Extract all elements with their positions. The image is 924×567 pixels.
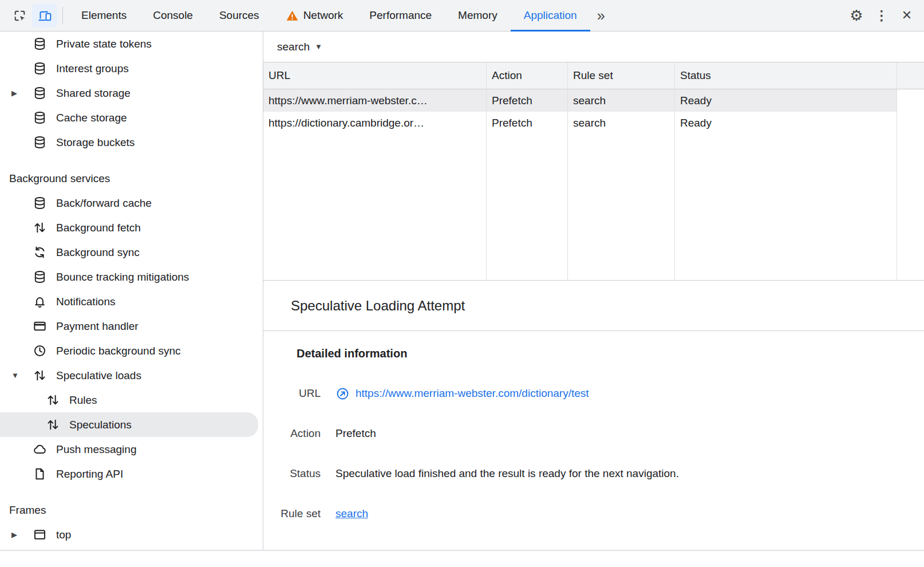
more-tabs-button[interactable]: » xyxy=(590,0,612,32)
sidebar-item-label: Interest groups xyxy=(56,62,129,75)
tab-label: Network xyxy=(303,9,343,22)
sidebar-item-top-frame[interactable]: ▶ top xyxy=(0,522,258,547)
tab-label: Application xyxy=(524,9,577,22)
settings-button[interactable]: ⚙ xyxy=(844,3,869,27)
attempt-details: Detailed information URL https://www.mer… xyxy=(263,331,924,550)
attempt-section-title: Speculative Loading Attempt xyxy=(263,281,924,331)
database-icon xyxy=(33,37,47,51)
sidebar-item-bounce-tracking-mitigations[interactable]: Bounce tracking mitigations xyxy=(0,265,258,289)
tab-label: Performance xyxy=(369,9,432,22)
tab-elements[interactable]: Elements xyxy=(68,0,140,32)
document-icon xyxy=(33,467,47,481)
more-tabs-chevron-icon: » xyxy=(597,7,605,24)
rule-set-link[interactable]: search xyxy=(335,506,368,521)
sidebar-item-notifications[interactable]: Notifications xyxy=(0,289,258,314)
table-row-cell-status[interactable]: Ready xyxy=(675,89,897,112)
close-devtools-button[interactable]: ✕ xyxy=(894,3,919,27)
table-empty-area xyxy=(675,134,897,280)
table-row-filler xyxy=(897,112,924,134)
detail-field-status: Status Speculative load finished and the… xyxy=(263,466,924,481)
table-row-cell-action[interactable]: Prefetch xyxy=(487,112,568,134)
table-empty-area xyxy=(487,134,568,280)
bell-icon xyxy=(33,294,47,309)
sidebar-item-label: Periodic background sync xyxy=(56,345,181,357)
toolbar-divider xyxy=(62,7,63,24)
column-header-filler xyxy=(897,62,924,89)
ruleset-filter-value: search xyxy=(277,41,310,53)
sidebar-item-periodic-background-sync[interactable]: Periodic background sync xyxy=(0,338,258,363)
frame-icon xyxy=(33,527,47,542)
sidebar-item-interest-groups[interactable]: Interest groups xyxy=(0,56,258,81)
payment-card-icon xyxy=(33,319,47,333)
field-label-status: Status xyxy=(263,466,321,481)
tab-label: Memory xyxy=(458,9,497,22)
sidebar-item-background-fetch[interactable]: Background fetch xyxy=(0,215,258,240)
database-icon xyxy=(33,135,47,149)
sidebar-item-background-sync[interactable]: Background sync xyxy=(0,240,258,265)
table-empty-area xyxy=(568,134,675,280)
inspect-element-button[interactable] xyxy=(7,3,32,27)
sidebar-item-speculative-loads[interactable]: ▼ Speculative loads xyxy=(0,363,258,388)
tab-label: Console xyxy=(153,9,193,22)
field-label-url: URL xyxy=(263,386,321,401)
tab-application[interactable]: Application xyxy=(511,0,590,32)
sidebar-item-payment-handler[interactable]: Payment handler xyxy=(0,314,258,338)
tab-performance[interactable]: Performance xyxy=(356,0,445,32)
speculations-view: search ▼ URL Action Rule set Status http… xyxy=(263,32,924,550)
action-value: Prefetch xyxy=(335,426,376,441)
sidebar-item-rules[interactable]: Rules xyxy=(0,388,258,412)
tree-expand-arrow-icon[interactable]: ▶ xyxy=(11,89,33,97)
tab-network[interactable]: Network xyxy=(273,0,357,32)
sidebar-item-label: Storage buckets xyxy=(56,136,135,149)
sidebar-item-speculations[interactable]: Speculations xyxy=(0,412,258,437)
tab-memory[interactable]: Memory xyxy=(445,0,511,32)
tree-collapse-arrow-icon[interactable]: ▼ xyxy=(11,372,33,379)
devtools-toolbar: Elements Console Sources Network Perform… xyxy=(0,0,924,32)
column-header-status: Status xyxy=(675,62,897,89)
sidebar-item-cache-storage[interactable]: Cache storage xyxy=(0,105,258,130)
open-url-icon[interactable] xyxy=(335,387,350,401)
bottom-spacer xyxy=(0,551,924,567)
table-row-cell-rule-set[interactable]: search xyxy=(568,112,675,134)
attempt-url-link[interactable]: https://www.merriam-webster.com/dictiona… xyxy=(356,386,589,401)
database-icon xyxy=(33,111,47,125)
ruleset-filter-dropdown[interactable]: search ▼ xyxy=(263,32,924,62)
detail-field-url: URL https://www.merriam-webster.com/dict… xyxy=(263,386,924,401)
tree-expand-arrow-icon[interactable]: ▶ xyxy=(11,531,33,538)
tab-sources[interactable]: Sources xyxy=(206,0,273,32)
detail-field-action: Action Prefetch xyxy=(263,426,924,441)
sidebar-item-label: top xyxy=(56,529,71,541)
table-row-cell-rule-set[interactable]: search xyxy=(568,89,675,112)
table-row-cell-status[interactable]: Ready xyxy=(675,112,897,134)
sidebar-item-reporting-api[interactable]: Reporting API xyxy=(0,462,258,486)
sidebar-item-label: Back/forward cache xyxy=(56,197,152,210)
sidebar-item-label: Speculations xyxy=(69,419,132,431)
table-row-cell-action[interactable]: Prefetch xyxy=(487,89,568,112)
database-icon xyxy=(33,270,47,284)
speculations-table: URL Action Rule set Status https://www.m… xyxy=(263,62,924,281)
sidebar-item-push-messaging[interactable]: Push messaging xyxy=(0,437,258,462)
sidebar-item-label: Speculative loads xyxy=(56,369,141,382)
database-icon xyxy=(33,86,47,100)
sidebar-item-label: Background fetch xyxy=(56,222,141,234)
customize-menu-button[interactable]: ⋮ xyxy=(869,3,894,27)
status-value: Speculative load finished and the result… xyxy=(335,466,679,481)
table-row-cell-url[interactable]: https://www.merriam-webster.c… xyxy=(263,89,487,112)
sidebar-item-label: Private state tokens xyxy=(56,38,152,50)
table-row-filler xyxy=(897,89,924,112)
clock-icon xyxy=(33,344,47,358)
sidebar-item-storage-buckets[interactable]: Storage buckets xyxy=(0,130,258,155)
tab-console[interactable]: Console xyxy=(140,0,206,32)
sidebar-item-label: Cache storage xyxy=(56,112,127,124)
gear-icon: ⚙ xyxy=(850,7,863,25)
application-panel-body: Private state tokens Interest groups ▶ S… xyxy=(0,32,924,551)
table-row-cell-url[interactable]: https://dictionary.cambridge.or… xyxy=(263,112,487,134)
sidebar-item-back-forward-cache[interactable]: Back/forward cache xyxy=(0,191,258,215)
toggle-device-toolbar-button[interactable] xyxy=(32,3,57,27)
column-header-action: Action xyxy=(487,62,568,89)
sidebar-item-private-state-tokens[interactable]: Private state tokens xyxy=(0,32,258,56)
inspect-cursor-icon xyxy=(13,9,27,23)
network-warning-icon xyxy=(286,9,299,22)
sidebar-item-shared-storage[interactable]: ▶ Shared storage xyxy=(0,81,258,105)
up-down-arrows-icon xyxy=(46,418,60,432)
